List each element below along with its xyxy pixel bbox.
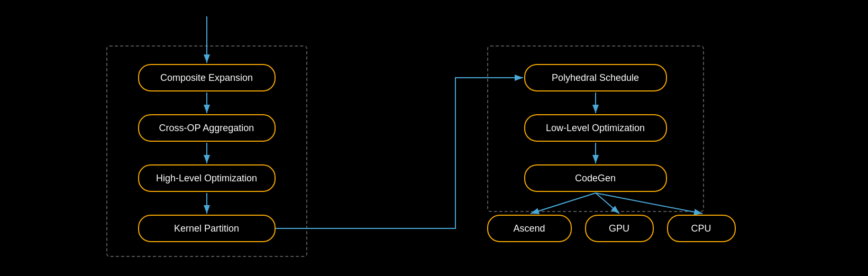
node-kernel-partition-label: Kernel Partition <box>174 223 239 234</box>
diagram-container: Composite Expansion Cross-OP Aggregation… <box>64 16 805 260</box>
node-lowlevel-optimization-label: Low-Level Optimization <box>546 123 645 134</box>
node-lowlevel-optimization: Low-Level Optimization <box>524 114 667 142</box>
node-gpu-label: GPU <box>609 223 629 234</box>
node-cpu: CPU <box>667 215 736 242</box>
node-gpu: GPU <box>585 215 654 242</box>
node-composite-expansion: Composite Expansion <box>138 64 276 91</box>
node-ascend: Ascend <box>487 215 572 242</box>
node-cpu-label: CPU <box>691 223 711 234</box>
node-ascend-label: Ascend <box>513 223 545 234</box>
arrow-codegen-gpu <box>596 193 619 214</box>
node-crossop-aggregation-label: Cross-OP Aggregation <box>159 123 254 134</box>
node-codegen: CodeGen <box>524 164 667 192</box>
node-kernel-partition: Kernel Partition <box>138 215 276 242</box>
arrow-codegen-cpu <box>596 193 702 214</box>
node-highlevel-optimization-label: High-Level Optimization <box>156 173 257 184</box>
arrow-kernel-polyhedral <box>276 78 523 228</box>
node-polyhedral-schedule: Polyhedral Schedule <box>524 64 667 91</box>
node-composite-expansion-label: Composite Expansion <box>160 72 253 84</box>
node-highlevel-optimization: High-Level Optimization <box>138 164 276 192</box>
arrow-codegen-ascend <box>531 193 596 214</box>
node-polyhedral-schedule-label: Polyhedral Schedule <box>552 72 639 84</box>
node-codegen-label: CodeGen <box>575 173 616 184</box>
node-crossop-aggregation: Cross-OP Aggregation <box>138 114 276 142</box>
